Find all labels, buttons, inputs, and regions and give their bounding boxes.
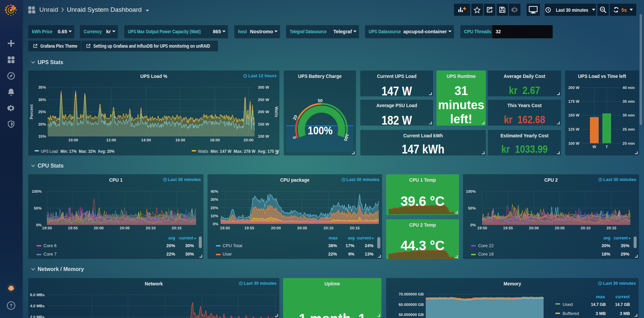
svg-text:300 W: 300 W <box>258 85 269 89</box>
svg-text:35 min: 35 min <box>623 99 635 103</box>
svg-text:current: current <box>179 235 193 240</box>
svg-text:20:00: 20:00 <box>529 226 539 230</box>
svg-text:avg: avg <box>604 235 610 240</box>
svg-text:30%: 30% <box>211 197 218 201</box>
svg-text:W: W <box>593 145 596 149</box>
svg-text:70.000000 GB: 70.000000 GB <box>399 292 424 296</box>
svg-text:Buffered: Buffered <box>562 311 579 316</box>
svg-text:10:00: 10:00 <box>68 138 78 142</box>
svg-text:T: T <box>605 145 608 149</box>
svg-text:Core 22: Core 22 <box>478 243 494 248</box>
svg-text:3 MB: 3 MB <box>596 311 606 316</box>
svg-text:13%: 13% <box>365 252 373 257</box>
svg-text:6.0 MBs: 6.0 MBs <box>30 293 45 297</box>
svg-text:current: current <box>357 235 371 240</box>
svg-text:20:05: 20:05 <box>555 226 565 230</box>
svg-text:19:55: 19:55 <box>503 226 513 230</box>
svg-text:Core 16: Core 16 <box>478 252 494 257</box>
svg-text:15%: 15% <box>38 134 46 138</box>
svg-text:Percent: Percent <box>29 104 34 119</box>
svg-text:Min: 17% Max: 32% Avg: 20%: Min: 17% Max: 32% Avg: 20% <box>60 149 114 154</box>
svg-text:150 W: 150 W <box>568 113 579 117</box>
svg-text:100 W: 100 W <box>568 141 579 145</box>
svg-text:38%: 38% <box>328 243 337 248</box>
svg-text:12:00: 12:00 <box>106 138 116 142</box>
svg-text:150 W: 150 W <box>258 122 269 126</box>
svg-text:30 min: 30 min <box>623 113 635 117</box>
svg-text:3 MB: 3 MB <box>620 311 630 316</box>
svg-text:20%: 20% <box>211 206 218 210</box>
svg-text:100%: 100% <box>308 124 333 137</box>
svg-text:16:00: 16:00 <box>175 138 185 142</box>
svg-text:14.7 GB: 14.7 GB <box>615 302 630 307</box>
svg-text:0%: 0% <box>213 222 218 226</box>
svg-text:20 min: 20 min <box>623 141 635 145</box>
svg-text:35%: 35% <box>621 243 630 248</box>
svg-text:20%: 20% <box>602 243 610 248</box>
svg-text:100%: 100% <box>32 189 42 193</box>
svg-text:19:50: 19:50 <box>477 226 487 230</box>
svg-text:100 W: 100 W <box>258 134 269 138</box>
svg-text:20%: 20% <box>38 122 46 126</box>
svg-text:0%: 0% <box>470 223 476 227</box>
svg-text:20:05: 20:05 <box>120 226 130 230</box>
svg-text:UPS Load: UPS Load <box>41 149 58 154</box>
svg-text:25%: 25% <box>38 110 46 114</box>
svg-text:20:10: 20:10 <box>324 226 333 230</box>
svg-text:20:15: 20:15 <box>172 226 182 230</box>
svg-text:30%: 30% <box>38 98 46 102</box>
svg-text:19:50: 19:50 <box>220 226 230 230</box>
svg-text:9%: 9% <box>348 252 354 257</box>
svg-text:max: max <box>596 294 605 299</box>
svg-text:20:10: 20:10 <box>146 226 155 230</box>
svg-text:20:00: 20:00 <box>271 226 281 230</box>
svg-text:100%: 100% <box>466 189 476 193</box>
svg-text:current: current <box>615 294 630 299</box>
svg-text:22%: 22% <box>167 252 175 257</box>
svg-text:19:50: 19:50 <box>42 226 52 230</box>
svg-text:14:00: 14:00 <box>141 138 151 142</box>
svg-text:avg: avg <box>348 235 355 240</box>
svg-text:Min: 147 W Max: 278 W Avg: 1: Min: 147 W Max: 278 W Avg: 175 W <box>211 149 279 154</box>
svg-text:200 W: 200 W <box>568 86 579 90</box>
svg-text:175 W: 175 W <box>568 99 579 103</box>
svg-text:50%: 50% <box>34 206 42 210</box>
svg-text:18:00: 18:00 <box>210 138 220 142</box>
svg-text:24%: 24% <box>365 243 373 248</box>
svg-text:50.000000 GB: 50.000000 GB <box>399 313 424 317</box>
svg-text:40%: 40% <box>211 189 218 193</box>
svg-text:25 min: 25 min <box>623 127 635 131</box>
svg-text:19:55: 19:55 <box>68 226 78 230</box>
svg-text:30%: 30% <box>185 243 194 248</box>
svg-text:Watts: Watts <box>198 149 209 154</box>
svg-text:60.000000 GB: 60.000000 GB <box>399 303 424 307</box>
svg-text:0%: 0% <box>36 223 42 227</box>
svg-text:current: current <box>614 235 628 240</box>
svg-text:Watts: Watts <box>274 106 279 118</box>
svg-text:200 W: 200 W <box>258 110 269 114</box>
svg-text:20%: 20% <box>167 243 175 248</box>
svg-text:Core 7: Core 7 <box>44 252 57 257</box>
svg-text:17%: 17% <box>346 243 354 248</box>
svg-text:20:15: 20:15 <box>606 226 616 230</box>
svg-text:?: ? <box>10 303 13 308</box>
svg-text:35%: 35% <box>38 85 46 89</box>
svg-text:4.0 MBs: 4.0 MBs <box>30 304 45 308</box>
svg-text:20:10: 20:10 <box>581 226 590 230</box>
svg-text:30%: 30% <box>185 252 194 257</box>
svg-text:20:00: 20:00 <box>94 226 103 230</box>
svg-text:20:15: 20:15 <box>350 226 360 230</box>
svg-text:20:00: 20:00 <box>243 138 253 142</box>
svg-text:125 W: 125 W <box>568 127 579 131</box>
svg-text:10%: 10% <box>211 214 218 218</box>
svg-text:Used: Used <box>562 302 572 307</box>
svg-text:20:05: 20:05 <box>297 226 307 230</box>
svg-text:Core 6: Core 6 <box>44 243 57 248</box>
svg-text:50%: 50% <box>468 206 476 210</box>
svg-text:40 min: 40 min <box>623 86 635 90</box>
svg-text:CPU Total: CPU Total <box>223 243 242 248</box>
svg-text:22%: 22% <box>328 252 337 257</box>
svg-text:avg: avg <box>169 235 175 240</box>
svg-text:50: 50 <box>318 98 322 103</box>
svg-text:250 W: 250 W <box>258 98 269 102</box>
